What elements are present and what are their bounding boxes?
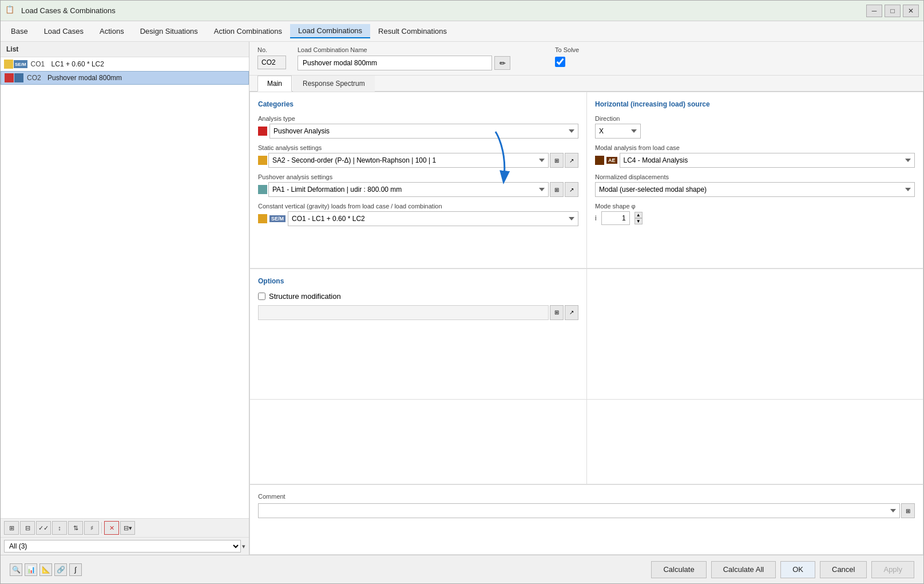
modal-select[interactable]: LC4 - Modal Analysis (620, 153, 915, 168)
mode-spin-up[interactable]: ▲ (634, 212, 643, 218)
comment-label: Comment (258, 493, 915, 500)
modal-analysis-row: Modal analysis from load case AE LC4 - M… (595, 144, 915, 168)
mode-input[interactable] (601, 211, 630, 225)
gravity-label: Constant vertical (gravity) loads from l… (258, 203, 578, 210)
pushover-select-row: PA1 - Limit Deformation | udir : 800.00 … (258, 182, 578, 197)
modal-color-indicator (595, 156, 604, 165)
analysis-type-select-row: Pushover Analysis (258, 124, 578, 139)
static-color-indicator (258, 156, 267, 165)
tool-check-button[interactable]: ✓✓ (36, 521, 51, 535)
status-icon-integral[interactable]: ∫ (69, 563, 82, 576)
direction-row: Direction X Y Z (595, 115, 915, 139)
title-bar: 📋 Load Cases & Combinations ─ □ ✕ (1, 1, 923, 21)
item-badge-co1: SE/M (4, 60, 27, 69)
badge-blue-co2 (14, 73, 23, 82)
right-bottom-section (586, 269, 923, 400)
filter-dropdown-icon[interactable]: ▾ (242, 543, 245, 550)
categories-section: Categories Analysis type Pushover Analys… (249, 92, 586, 269)
pushover-select[interactable]: PA1 - Limit Deformation | udir : 800.00 … (268, 182, 549, 197)
pushover-label: Pushover analysis settings (258, 173, 578, 180)
menu-actions[interactable]: Actions (92, 25, 132, 38)
comment-input[interactable] (258, 503, 900, 518)
list-item-selected[interactable]: CO2 Pushover modal 800mm (1, 71, 249, 85)
to-solve-label: To Solve (555, 46, 579, 53)
filter-select[interactable]: All (3) (4, 540, 241, 553)
struct-mod-edit-btn[interactable]: ⊞ (550, 305, 564, 320)
tool-sort-v-button[interactable]: ↕ (52, 521, 67, 535)
analysis-type-select[interactable]: Pushover Analysis (269, 124, 578, 139)
options-title: Options (258, 277, 578, 285)
tool-copy-button[interactable]: ⊟ (20, 521, 35, 535)
status-icon-link[interactable]: 🔗 (54, 563, 67, 576)
menu-load-cases[interactable]: Load Cases (36, 25, 92, 38)
normalized-label: Normalized displacements (595, 173, 915, 180)
structure-mod-select[interactable] (258, 305, 549, 320)
status-icon-ruler[interactable]: 📐 (39, 563, 52, 576)
pushover-color-indicator (258, 185, 267, 194)
modal-select-row: AE LC4 - Modal Analysis (595, 153, 915, 168)
title-bar-buttons: ─ □ ✕ (866, 5, 919, 17)
tool-number-button[interactable]: ♯ (84, 521, 99, 535)
tool-delete-button[interactable]: ✕ (104, 521, 119, 535)
minimize-button[interactable]: ─ (866, 5, 882, 17)
menu-design-situations[interactable]: Design Situations (132, 25, 206, 38)
calculate-button[interactable]: Calculate (651, 561, 706, 578)
mode-spin-down[interactable]: ▼ (634, 218, 643, 224)
gravity-select[interactable]: CO1 - LC1 + 0.60 * LC2 (288, 211, 578, 226)
menu-action-combinations[interactable]: Action Combinations (206, 25, 290, 38)
app-icon: 📋 (5, 5, 17, 17)
static-open-button[interactable]: ↗ (565, 153, 578, 168)
spacer-right (586, 400, 923, 485)
list-header: List (1, 42, 249, 57)
tab-main[interactable]: Main (257, 76, 292, 92)
static-label: Static analysis settings (258, 144, 578, 151)
calculate-all-button[interactable]: Calculate All (711, 561, 776, 578)
spacer-left (249, 400, 586, 485)
normalized-select[interactable]: Modal (user-selected modal shape) (595, 182, 915, 197)
cancel-button[interactable]: Cancel (820, 561, 867, 578)
close-button[interactable]: ✕ (903, 5, 919, 17)
analysis-type-color-indicator (258, 127, 267, 136)
status-icon-chart[interactable]: 📊 (25, 563, 37, 576)
menu-load-combinations[interactable]: Load Combinations (290, 24, 370, 38)
structure-mod-checkbox[interactable] (258, 293, 265, 300)
maximize-button[interactable]: □ (885, 5, 901, 17)
name-input[interactable] (298, 56, 492, 70)
mode-shape-row: Mode shape φ i ▲ ▼ (595, 203, 915, 225)
to-solve-checkbox[interactable] (555, 57, 565, 67)
direction-select[interactable]: X Y Z (595, 124, 641, 139)
main-window: 📋 Load Cases & Combinations ─ □ ✕ Base L… (0, 0, 924, 584)
tab-response-spectrum[interactable]: Response Spectrum (293, 76, 375, 92)
item-badge-co2 (5, 73, 23, 82)
ok-button[interactable]: OK (780, 561, 815, 578)
menu-base[interactable]: Base (3, 25, 36, 38)
static-edit-button[interactable]: ⊞ (550, 153, 564, 168)
left-filter: All (3) ▾ (1, 537, 249, 555)
horizontal-section: Horizontal (increasing load) source Dire… (586, 92, 923, 269)
badge-red-co2 (5, 73, 14, 82)
static-select[interactable]: SA2 - Second-order (P-Δ) | Newton-Raphso… (268, 153, 549, 168)
list-item[interactable]: SE/M CO1 LC1 + 0.60 * LC2 (1, 57, 249, 71)
pushover-settings-row: Pushover analysis settings PA1 - Limit D… (258, 173, 578, 197)
tool-sort-h-button[interactable]: ⇅ (68, 521, 83, 535)
static-select-row: SA2 - Second-order (P-Δ) | Newton-Raphso… (258, 153, 578, 168)
mode-shape-label: Mode shape φ (595, 203, 915, 210)
gravity-loads-row: Constant vertical (gravity) loads from l… (258, 203, 578, 226)
menu-result-combinations[interactable]: Result Combinations (370, 25, 455, 38)
normalized-row: Normalized displacements Modal (user-sel… (595, 173, 915, 197)
gravity-color1 (258, 214, 267, 223)
pushover-edit-button[interactable]: ⊞ (550, 182, 564, 197)
tool-split-button[interactable]: ⊟▾ (120, 521, 135, 535)
struct-mod-open-btn[interactable]: ↗ (565, 305, 578, 320)
analysis-type-label: Analysis type (258, 115, 578, 122)
comment-edit-btn[interactable]: ⊞ (901, 503, 915, 518)
structure-mod-row: Structure modification (258, 292, 578, 301)
no-input[interactable] (257, 56, 286, 69)
status-icon-search[interactable]: 🔍 (10, 563, 22, 576)
name-edit-button[interactable]: ✏ (494, 56, 510, 70)
apply-button[interactable]: Apply (871, 561, 914, 578)
tool-add-button[interactable]: ⊞ (4, 521, 19, 535)
left-panel: List SE/M CO1 LC1 + 0.60 * LC2 (1, 42, 249, 555)
left-toolbar: ⊞ ⊟ ✓✓ ↕ ⇅ ♯ ✕ ⊟▾ (1, 518, 249, 537)
pushover-open-button[interactable]: ↗ (565, 182, 578, 197)
